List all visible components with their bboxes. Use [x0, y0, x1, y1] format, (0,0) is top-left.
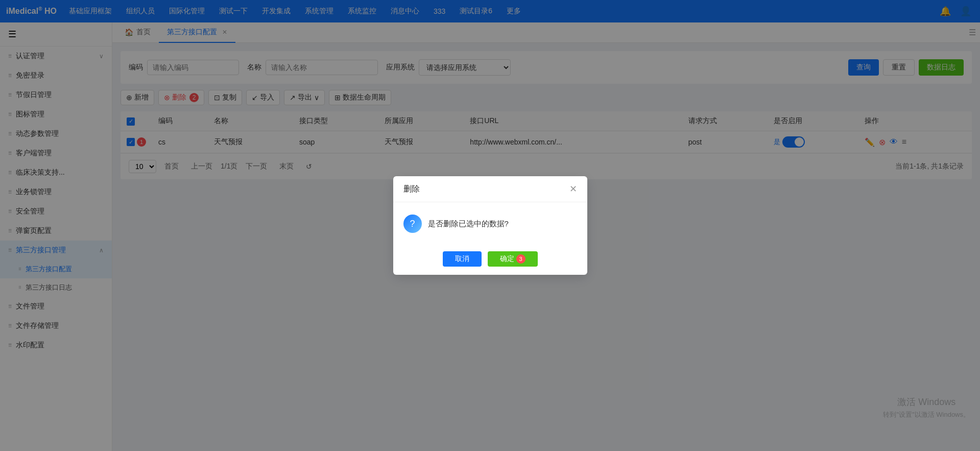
dialog-footer: 取消 确定 3	[393, 245, 587, 275]
dialog-body: ? 是否删除已选中的数据?	[393, 202, 587, 245]
dialog-header: 删除 ✕	[393, 176, 587, 202]
dialog-info-icon: ?	[403, 215, 422, 233]
cancel-button[interactable]: 取消	[443, 251, 482, 267]
dialog-message: 是否删除已选中的数据?	[428, 219, 509, 229]
confirm-badge: 3	[516, 254, 525, 264]
dialog-close-icon[interactable]: ✕	[569, 183, 577, 195]
dialog-overlay: 删除 ✕ ? 是否删除已选中的数据? 取消 确定 3	[0, 0, 980, 451]
dialog-title: 删除	[403, 184, 420, 195]
delete-dialog: 删除 ✕ ? 是否删除已选中的数据? 取消 确定 3	[393, 176, 587, 275]
confirm-button[interactable]: 确定 3	[488, 251, 538, 267]
